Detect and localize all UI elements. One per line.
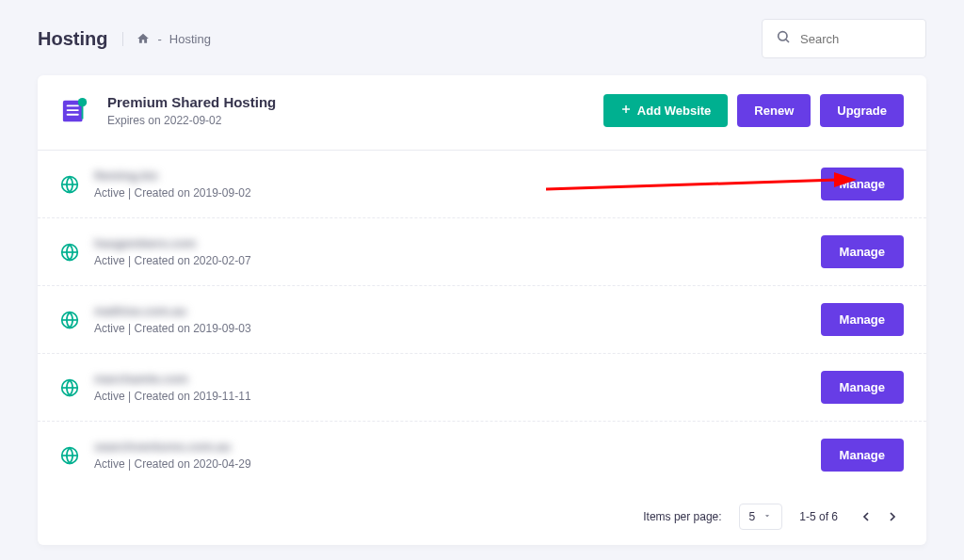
plan-header: Premium Shared Hosting Expires on 2022-0… (38, 75, 926, 151)
plan-expiry: Expires on 2022-09-02 (107, 114, 276, 127)
breadcrumb-separator: - (157, 32, 161, 46)
annotation-arrow-icon (546, 168, 857, 200)
breadcrumb: - Hosting (122, 32, 210, 46)
manage-button[interactable]: Manage (821, 439, 904, 472)
site-status: Active | Created on 2020-04-29 (94, 457, 251, 471)
next-page-button[interactable] (881, 505, 904, 528)
plan-name: Premium Shared Hosting (107, 94, 276, 110)
caret-down-icon (763, 510, 772, 523)
hosting-plan-icon (60, 96, 90, 126)
site-domain: haugembero.com (94, 236, 251, 250)
site-row: searchventures.com.au Active | Created o… (38, 422, 926, 488)
site-status: Active | Created on 2019-11-11 (94, 390, 251, 403)
site-domain: mathise.com.au (94, 304, 251, 318)
site-row: marchamte.com Active | Created on 2019-1… (38, 354, 926, 422)
plus-icon (620, 104, 632, 118)
manage-button[interactable]: Manage (821, 303, 904, 336)
site-row: mathise.com.au Active | Created on 2019-… (38, 286, 926, 354)
add-website-button[interactable]: Add Website (603, 94, 729, 127)
site-domain: searchventures.com.au (94, 440, 251, 454)
globe-icon (60, 446, 79, 465)
page-size-select[interactable]: 5 (739, 504, 783, 530)
globe-icon (60, 243, 79, 262)
page-range-label: 1-5 of 6 (799, 510, 838, 523)
manage-button[interactable]: Manage (821, 235, 904, 268)
site-row: fleming.biz Active | Created on 2019-09-… (38, 151, 926, 218)
site-status: Active | Created on 2020-02-07 (94, 254, 251, 267)
upgrade-label: Upgrade (837, 104, 887, 118)
hosting-panel: Premium Shared Hosting Expires on 2022-0… (38, 75, 926, 545)
manage-button[interactable]: Manage (821, 168, 904, 200)
renew-label: Renew (754, 104, 794, 118)
svg-point-0 (779, 32, 787, 40)
manage-button[interactable]: Manage (821, 371, 904, 404)
site-domain: fleming.biz (94, 168, 251, 183)
search-icon (776, 29, 791, 48)
globe-icon (60, 175, 79, 194)
search-box[interactable] (762, 19, 926, 58)
home-icon[interactable] (137, 32, 150, 45)
svg-line-12 (546, 180, 838, 189)
svg-rect-4 (67, 109, 79, 111)
site-row: haugembero.com Active | Created on 2020-… (38, 218, 926, 286)
prev-page-button[interactable] (855, 505, 877, 528)
pagination: Items per page: 5 1-5 of 6 (38, 488, 926, 545)
svg-rect-7 (82, 104, 84, 119)
globe-icon (60, 378, 79, 397)
globe-icon (60, 311, 79, 329)
add-website-label: Add Website (637, 104, 712, 118)
site-status: Active | Created on 2019-09-02 (94, 186, 251, 200)
svg-rect-5 (67, 113, 79, 115)
items-per-page-label: Items per page: (643, 510, 721, 523)
page-size-value: 5 (749, 510, 756, 523)
site-domain: marchamte.com (94, 372, 251, 386)
page-title: Hosting (38, 28, 107, 50)
breadcrumb-current: Hosting (169, 32, 211, 46)
renew-button[interactable]: Renew (737, 94, 811, 127)
upgrade-button[interactable]: Upgrade (820, 94, 904, 127)
svg-rect-3 (67, 104, 79, 106)
site-status: Active | Created on 2019-09-03 (94, 322, 251, 335)
svg-line-1 (786, 40, 789, 42)
search-input[interactable] (800, 32, 912, 46)
